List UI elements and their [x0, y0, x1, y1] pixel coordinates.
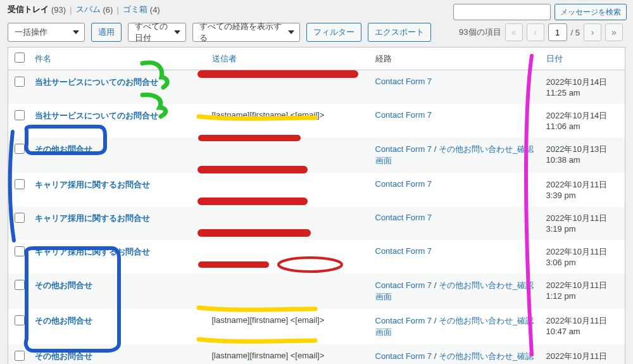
- table-row: その他お問合せ[lastname][firstname] <[email]>Co…: [8, 309, 625, 344]
- message-date: 2022年10月11日 1:12 pm: [546, 280, 608, 301]
- message-from: [lastname][firstname] <[email]>: [212, 110, 325, 120]
- message-from: [lastname][firstname] <[email]>: [212, 351, 325, 360]
- tab-inbox-label[interactable]: 受信トレイ: [8, 4, 49, 15]
- channel-sep: /: [432, 144, 439, 154]
- table-row: その他お問合せContact Form 7 / その他お問い合わせ_確認画面20…: [8, 137, 625, 173]
- tablenav-top: 一括操作 適用 すべての日付 すべての経路を表示する フィルター エクスポート …: [4, 19, 629, 47]
- bulk-action-select[interactable]: 一括操作: [8, 23, 85, 42]
- table-row: その他お問合せContact Form 7 / その他お問い合わせ_確認画面20…: [8, 273, 625, 309]
- column-channel: 経路: [370, 47, 541, 70]
- table-row: キャリア採用に関するお問合せContact Form 72022年10月11日 …: [8, 206, 625, 240]
- channel-link[interactable]: Contact Form 7: [375, 110, 432, 120]
- date-filter-select[interactable]: すべての日付: [128, 23, 186, 42]
- channel-link[interactable]: Contact Form 7: [375, 77, 432, 86]
- channel-sep: /: [432, 280, 439, 290]
- prev-page-button[interactable]: ‹: [527, 23, 544, 41]
- row-checkbox[interactable]: [15, 144, 25, 154]
- row-checkbox[interactable]: [15, 77, 25, 87]
- channel-link[interactable]: Contact Form 7: [375, 316, 432, 325]
- message-subject-link[interactable]: その他お問合せ: [35, 144, 92, 154]
- search-box: メッセージを検索: [453, 4, 627, 20]
- row-checkbox[interactable]: [15, 315, 25, 325]
- channel-filter-select[interactable]: すべての経路を表示する: [192, 23, 300, 42]
- row-checkbox[interactable]: [15, 351, 25, 361]
- message-subject-link[interactable]: 当社サービスについてのお問合せ: [35, 111, 158, 120]
- messages-table: 件名 送信者 経路 日付 当社サービスについてのお問合せContact Form…: [8, 47, 625, 364]
- pagination: 93個の項目 « ‹ / 5 › »: [459, 23, 623, 41]
- filter-button[interactable]: フィルター: [306, 23, 361, 42]
- table-row: 当社サービスについてのお問合せ[lastname][firstname] <[e…: [8, 104, 625, 137]
- bulk-apply-button[interactable]: 適用: [91, 23, 122, 42]
- channel-link[interactable]: Contact Form 7: [375, 280, 432, 290]
- channel-link[interactable]: Contact Form 7: [375, 213, 432, 222]
- message-date: 2022年10月14日 11:06 am: [546, 111, 608, 131]
- current-page-input[interactable]: [548, 23, 567, 41]
- channel-link[interactable]: Contact Form 7: [375, 179, 432, 189]
- message-subject-link[interactable]: キャリア採用に関するお問合せ: [35, 247, 150, 256]
- message-subject-link[interactable]: その他お問合せ: [35, 316, 92, 325]
- row-checkbox[interactable]: [15, 110, 25, 120]
- channel-link[interactable]: Contact Form 7: [375, 144, 432, 154]
- message-from: [lastname][firstname] <[email]>: [212, 315, 325, 325]
- tab-spam-count: (6): [103, 5, 113, 15]
- message-date: 2022年10月11日 3:39 pm: [546, 180, 608, 200]
- row-checkbox[interactable]: [15, 246, 25, 256]
- table-row: キャリア採用に関するお問合せContact Form 72022年10月11日 …: [8, 240, 625, 273]
- column-subject[interactable]: 件名: [30, 47, 207, 70]
- message-subject-link[interactable]: その他お問合せ: [35, 280, 92, 290]
- search-input[interactable]: [453, 4, 551, 20]
- message-date: 2022年10月11日 10:47 am: [546, 316, 608, 336]
- message-subject-link[interactable]: 当社サービスについてのお問合せ: [35, 77, 158, 87]
- message-date: 2022年10月11日 10:28 am: [546, 351, 608, 364]
- tab-spam[interactable]: スパム: [76, 4, 101, 15]
- pagination-total-items: 93個の項目: [459, 27, 501, 38]
- row-checkbox[interactable]: [15, 179, 25, 189]
- tab-trash-count: (4): [150, 5, 160, 15]
- search-button[interactable]: メッセージを検索: [555, 4, 627, 20]
- tab-trash[interactable]: ゴミ箱: [123, 4, 147, 15]
- message-date: 2022年10月11日 3:19 pm: [546, 213, 608, 234]
- table-row: その他お問合せ[lastname][firstname] <[email]>Co…: [8, 344, 625, 364]
- channel-link[interactable]: Contact Form 7: [375, 351, 432, 361]
- first-page-button[interactable]: «: [505, 23, 523, 41]
- message-date: 2022年10月13日 10:38 am: [546, 144, 608, 165]
- tab-inbox-count: (93): [51, 5, 66, 15]
- message-subject-link[interactable]: その他お問合せ: [35, 351, 92, 361]
- channel-link[interactable]: Contact Form 7: [375, 246, 432, 256]
- row-checkbox[interactable]: [15, 280, 25, 290]
- column-from[interactable]: 送信者: [207, 47, 370, 70]
- message-date: 2022年10月11日 3:06 pm: [546, 247, 608, 267]
- table-row: キャリア採用に関するお問合せContact Form 72022年10月11日 …: [8, 173, 625, 206]
- select-all-checkbox[interactable]: [15, 53, 25, 63]
- message-subject-link[interactable]: キャリア採用に関するお問合せ: [35, 213, 150, 223]
- channel-sep: /: [432, 351, 439, 361]
- row-checkbox[interactable]: [15, 213, 25, 223]
- export-button[interactable]: エクスポート: [368, 23, 431, 42]
- pagination-total-pages: / 5: [571, 28, 580, 37]
- table-row: 当社サービスについてのお問合せContact Form 72022年10月14日…: [8, 70, 625, 104]
- message-date: 2022年10月14日 11:25 am: [546, 77, 608, 97]
- message-subject-link[interactable]: キャリア採用に関するお問合せ: [35, 180, 150, 189]
- column-date[interactable]: 日付: [541, 47, 625, 70]
- channel-sep: /: [432, 316, 439, 325]
- last-page-button[interactable]: »: [605, 23, 623, 41]
- next-page-button[interactable]: ›: [584, 23, 601, 41]
